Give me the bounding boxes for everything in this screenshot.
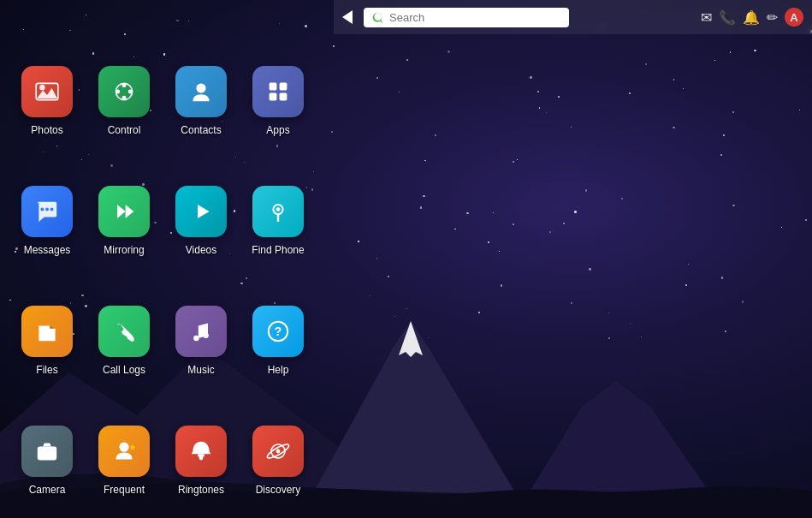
- svg-rect-11: [280, 93, 287, 101]
- logo-arrow-icon: [342, 10, 353, 24]
- app-item-music[interactable]: Music: [163, 295, 240, 415]
- avatar-icon[interactable]: A: [785, 8, 803, 27]
- apps-icon: [252, 66, 304, 117]
- svg-point-6: [128, 90, 133, 94]
- svg-point-0: [39, 85, 44, 90]
- search-icon: [372, 11, 384, 23]
- svg-point-3: [122, 83, 127, 87]
- music-label: Music: [187, 364, 214, 376]
- apps-label: Apps: [266, 124, 289, 136]
- calllogs-icon: [98, 306, 150, 357]
- mirroring-label: Mirroring: [104, 244, 144, 256]
- svg-rect-9: [280, 83, 287, 91]
- email-icon[interactable]: ✉: [701, 9, 712, 26]
- frequent-icon: [98, 426, 150, 477]
- svg-point-19: [203, 333, 208, 338]
- app-item-messages[interactable]: Messages: [9, 176, 86, 295]
- svg-point-24: [45, 451, 50, 455]
- svg-point-30: [276, 450, 281, 454]
- svg-point-17: [276, 207, 281, 211]
- app-item-photos[interactable]: Photos: [9, 56, 86, 176]
- notification-icon[interactable]: 🔔: [743, 9, 760, 26]
- svg-marker-15: [198, 205, 210, 218]
- help-icon: ?: [252, 306, 304, 357]
- calllogs-label: Call Logs: [103, 364, 145, 376]
- phone-icon[interactable]: 📞: [719, 9, 736, 26]
- app-item-calllogs[interactable]: Call Logs: [86, 295, 163, 415]
- app-item-mirroring[interactable]: Mirroring: [86, 176, 163, 295]
- control-icon: [98, 66, 150, 117]
- edit-icon[interactable]: ✏: [767, 9, 778, 26]
- help-label: Help: [268, 364, 289, 376]
- topbar-icons: ✉ 📞 🔔 ✏ A: [701, 8, 803, 27]
- camera-label: Camera: [29, 484, 66, 496]
- topbar: ✉ 📞 🔔 ✏ A: [334, 0, 812, 34]
- svg-point-14: [50, 208, 54, 211]
- app-item-frequent[interactable]: Frequent: [86, 415, 163, 518]
- files-icon: [21, 306, 73, 357]
- svg-point-13: [45, 208, 49, 211]
- app-grid: PhotosControlContactsAppsMessagesMirrori…: [0, 47, 325, 518]
- search-input[interactable]: [389, 11, 560, 24]
- app-item-control[interactable]: Control: [86, 56, 163, 176]
- app-item-findphone[interactable]: Find Phone: [240, 176, 317, 295]
- app-item-contacts[interactable]: Contacts: [163, 56, 240, 176]
- ringtones-label: Ringtones: [178, 484, 224, 496]
- svg-rect-10: [270, 93, 277, 101]
- videos-icon: [175, 186, 227, 237]
- findphone-label: Find Phone: [252, 244, 304, 256]
- messages-label: Messages: [24, 244, 71, 256]
- svg-rect-8: [270, 83, 277, 91]
- svg-point-25: [119, 443, 128, 452]
- app-item-videos[interactable]: Videos: [163, 176, 240, 295]
- app-item-discovery[interactable]: Discovery: [240, 415, 317, 518]
- discovery-label: Discovery: [256, 484, 301, 496]
- frequent-label: Frequent: [104, 484, 145, 496]
- contacts-icon: [175, 66, 227, 117]
- messages-icon: [21, 186, 73, 237]
- photos-label: Photos: [31, 124, 62, 136]
- control-label: Control: [108, 124, 141, 136]
- app-item-ringtones[interactable]: Ringtones: [163, 415, 240, 518]
- discovery-icon: [252, 426, 304, 477]
- music-icon: [175, 306, 227, 357]
- svg-point-18: [193, 336, 199, 341]
- app-item-help[interactable]: ?Help: [240, 295, 317, 415]
- videos-label: Videos: [186, 244, 216, 256]
- app-item-camera[interactable]: Camera: [9, 415, 86, 518]
- svg-text:?: ?: [275, 324, 282, 338]
- photos-icon: [21, 66, 73, 117]
- mirroring-icon: [98, 186, 150, 237]
- svg-point-12: [40, 208, 44, 211]
- app-item-apps[interactable]: Apps: [240, 56, 317, 176]
- svg-point-7: [196, 83, 205, 92]
- svg-point-27: [199, 456, 204, 461]
- camera-icon: [21, 426, 73, 477]
- ringtones-icon: [175, 426, 227, 477]
- app-item-files[interactable]: Files: [9, 295, 86, 415]
- svg-point-4: [122, 96, 127, 100]
- files-label: Files: [36, 364, 57, 376]
- svg-point-5: [116, 90, 120, 94]
- contacts-label: Contacts: [181, 124, 221, 136]
- search-bar[interactable]: [364, 8, 569, 27]
- findphone-icon: [252, 186, 304, 237]
- airdroid-logo[interactable]: [342, 10, 357, 24]
